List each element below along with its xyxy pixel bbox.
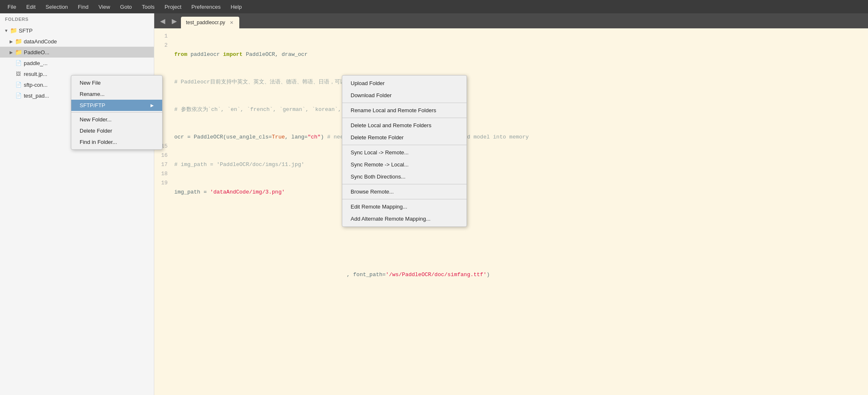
ctx-delete-folder-label: Delete Folder (80, 128, 112, 134)
sub-download-folder[interactable]: Download Folder (342, 89, 467, 101)
file-icon-paddle: 📄 (15, 60, 22, 66)
code-line-16 (174, 243, 865, 252)
tree-arrow-dataAndCode: ▶ (8, 38, 14, 44)
tree-item-paddleocr[interactable]: ▶ 📁 PaddleO... (0, 47, 154, 58)
sftp-submenu: Upload Folder Download Folder Rename Loc… (342, 75, 467, 227)
main-layout: FOLDERS ▼ 📁 SFTP ▶ 📁 dataAndCode ▶ 📁 Pad… (0, 13, 868, 395)
tree-label-test-pad: test_pad... (24, 93, 49, 99)
line-num-1: 1 (158, 32, 168, 41)
menu-goto[interactable]: Goto (116, 2, 136, 12)
tree-label-dataAndCode: dataAndCode (24, 38, 57, 45)
tree-label-sftp-con: sftp-con... (24, 82, 48, 88)
code-line-15 (174, 215, 865, 224)
menu-help[interactable]: Help (226, 2, 246, 12)
menu-tools[interactable]: Tools (138, 2, 158, 12)
line-num-17: 17 (158, 160, 168, 169)
tree-item-dataAndCode[interactable]: ▶ 📁 dataAndCode (0, 36, 154, 47)
sub-browse-remote[interactable]: Browse Remote... (342, 186, 467, 198)
line-num-3 (158, 50, 168, 59)
editor-area: ◀ ▶ test_paddleocr.py ✕ 1 2 (154, 13, 868, 395)
sidebar-header: FOLDERS (0, 13, 154, 25)
tab-nav-back[interactable]: ◀ (158, 16, 168, 26)
tab-nav-forward[interactable]: ▶ (169, 16, 179, 26)
sub-divider-4 (342, 184, 467, 184)
tab-bar: ◀ ▶ test_paddleocr.py ✕ (154, 13, 868, 28)
tree-arrow-paddleocr: ▶ (8, 49, 14, 55)
image-icon-result: 🖼 (15, 70, 22, 77)
tree-item-paddle[interactable]: 📄 paddle_... (0, 58, 154, 68)
tree-label-paddle: paddle_... (24, 60, 48, 66)
sub-divider-2 (342, 118, 467, 118)
ctx-delete-folder[interactable]: Delete Folder (71, 125, 162, 136)
context-menu: New File Rename... SFTP/FTP ▶ New Folder… (71, 75, 163, 150)
ctx-new-file[interactable]: New File (71, 77, 162, 88)
code-line-3: # 参数依次为`ch`, `en`, `french`, `german`, `… (174, 105, 865, 114)
sidebar: FOLDERS ▼ 📁 SFTP ▶ 📁 dataAndCode ▶ 📁 Pad… (0, 13, 154, 395)
menu-view[interactable]: View (94, 2, 114, 12)
sub-edit-remote-mapping[interactable]: Edit Remote Mapping... (342, 201, 467, 213)
menu-preferences[interactable]: Preferences (187, 2, 225, 12)
file-icon-sftp-con: 📄 (15, 81, 22, 88)
code-content[interactable]: from paddleocr import PaddleOCR, draw_oc… (171, 32, 868, 392)
code-line-18 (174, 298, 865, 307)
sub-divider-5 (342, 199, 467, 199)
ctx-new-folder[interactable]: New Folder... (71, 114, 162, 125)
ctx-find-in-folder[interactable]: Find in Folder... (71, 136, 162, 148)
code-line-1: from paddleocr import PaddleOCR, draw_oc… (174, 50, 865, 59)
tab-test-paddleocr[interactable]: test_paddleocr.py ✕ (181, 17, 239, 28)
tree-arrow-sftp: ▼ (3, 28, 9, 33)
line-num-18: 18 (158, 169, 168, 179)
ctx-sftp-ftp-label: SFTP/FTP (80, 102, 105, 108)
ctx-rename[interactable]: Rename... (71, 88, 162, 100)
ctx-new-folder-label: New Folder... (80, 116, 112, 123)
line-num-19: 19 (158, 179, 168, 188)
line-num-4 (158, 59, 168, 68)
menu-selection[interactable]: Selection (41, 2, 72, 12)
ctx-rename-label: Rename... (80, 91, 105, 97)
tab-label: test_paddleocr.py (186, 20, 225, 25)
folder-icon-paddleocr: 📁 (15, 49, 22, 55)
folder-icon-sftp: 📁 (10, 27, 17, 34)
tree-label-sftp: SFTP (19, 28, 33, 34)
sub-delete-local-remote[interactable]: Delete Local and Remote Folders (342, 119, 467, 131)
sub-divider-3 (342, 145, 467, 145)
menu-file[interactable]: File (3, 2, 20, 12)
ctx-sftp-ftp[interactable]: SFTP/FTP ▶ (71, 100, 162, 111)
code-line-19 (174, 325, 865, 335)
code-line-6: img_path = 'dataAndCode/img/3.png' (174, 188, 865, 197)
sub-sync-both[interactable]: Sync Both Directions... (342, 171, 467, 183)
menu-find[interactable]: Find (74, 2, 93, 12)
code-line-4: ocr = PaddleOCR(use_angle_cls=True, lang… (174, 133, 865, 142)
sub-upload-folder[interactable]: Upload Folder (342, 77, 467, 89)
menu-project[interactable]: Project (161, 2, 186, 12)
tab-close-button[interactable]: ✕ (228, 20, 234, 25)
menu-edit[interactable]: Edit (22, 2, 40, 12)
tree-item-sftp[interactable]: ▼ 📁 SFTP (0, 25, 154, 36)
sub-rename-local-remote[interactable]: Rename Local and Remote Folders (342, 104, 467, 116)
sub-delete-remote-folder[interactable]: Delete Remote Folder (342, 131, 467, 143)
code-line-17: , font_path='/ws/PaddleOCR/doc/simfang.t… (174, 270, 865, 279)
sub-add-alternate-mapping[interactable]: Add Alternate Remote Mapping... (342, 213, 467, 225)
tree-label-result: result.jp... (24, 71, 47, 77)
code-line-2: # Paddleocr目前支持中英文、英文、法语、德语、韩语、日语，可以通过修改… (174, 78, 865, 87)
ctx-sftp-arrow-icon: ▶ (151, 103, 154, 108)
sub-sync-remote-local[interactable]: Sync Remote -> Local... (342, 159, 467, 171)
menubar: File Edit Selection Find View Goto Tools… (0, 0, 868, 13)
line-num-16: 16 (158, 151, 168, 160)
sub-divider-1 (342, 103, 467, 103)
file-icon-test-pad: 📄 (15, 92, 22, 99)
folder-icon-dataAndCode: 📁 (15, 38, 22, 45)
ctx-new-file-label: New File (80, 80, 101, 86)
code-editor: 1 2 15 16 17 18 19 from paddle (154, 28, 868, 395)
sub-sync-local-remote[interactable]: Sync Local -> Remote... (342, 146, 467, 159)
ctx-divider-1 (71, 112, 162, 113)
code-line-5: # img_path = 'PaddleOCR/doc/imgs/11.jpg' (174, 160, 865, 169)
line-num-2: 2 (158, 41, 168, 50)
ctx-find-in-folder-label: Find in Folder... (80, 139, 117, 145)
tree-label-paddleocr: PaddleO... (24, 49, 49, 55)
